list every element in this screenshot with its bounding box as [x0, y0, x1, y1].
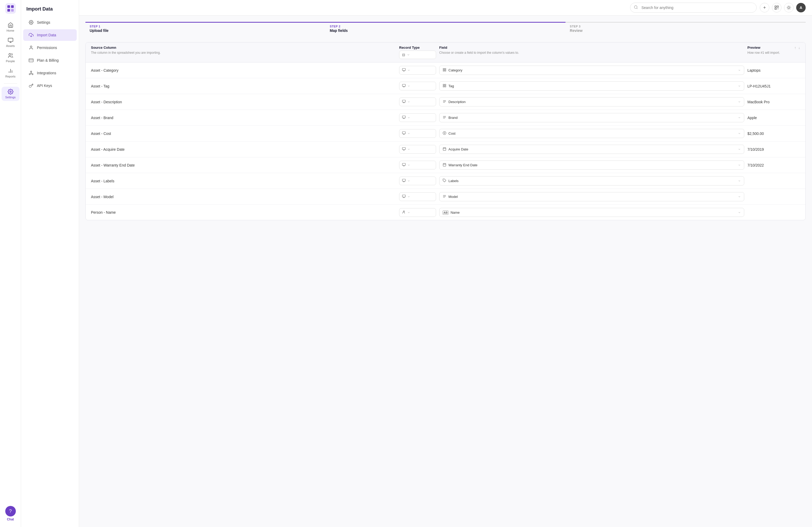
sidebar-item-api-keys[interactable]: API Keys [23, 80, 77, 91]
step-2[interactable]: STEP 2 Map fields [325, 22, 566, 36]
th-record-type-title: Record Type [399, 46, 436, 49]
preview-value: 7/10/2019 [748, 147, 800, 151]
svg-point-18 [31, 71, 32, 72]
field-select[interactable]: Model [439, 192, 744, 201]
record-type-select[interactable] [399, 208, 436, 217]
sidebar-title: Import Data [21, 4, 79, 16]
table-row: Asset - Acquire Date Acquire Date 7/10/2… [86, 142, 806, 157]
field-select-left: Model [443, 194, 458, 199]
svg-rect-93 [402, 195, 405, 197]
svg-rect-54 [443, 84, 444, 85]
source-column-cell: Asset - Tag [91, 84, 396, 88]
record-type-header-select[interactable]: ⊟ [399, 50, 436, 59]
sun-button[interactable] [784, 3, 794, 12]
record-type-select[interactable] [399, 82, 436, 90]
permissions-icon [28, 45, 34, 50]
barcode-button[interactable] [772, 3, 781, 12]
settings-icon [28, 20, 34, 25]
search-input[interactable] [630, 3, 757, 13]
record-type-select[interactable] [399, 98, 436, 106]
preview-value: $2,500.00 [748, 131, 800, 136]
field-label: Description [448, 100, 466, 104]
svg-rect-82 [402, 163, 405, 165]
table-row: Asset - Cost Cost $2,500.00 [86, 126, 806, 142]
search-icon [634, 5, 638, 10]
sidebar-item-assets[interactable]: Assets [2, 35, 19, 49]
step1-label: Upload file [90, 28, 321, 33]
field-select[interactable]: Acquire Date [439, 145, 744, 154]
assets-label: Assets [6, 44, 15, 47]
step3-num: STEP 3 [570, 25, 801, 28]
people-label: People [6, 60, 15, 63]
field-label: Model [448, 195, 458, 199]
next-arrow[interactable]: ↓ [798, 46, 800, 50]
prev-arrow[interactable]: ↑ [794, 46, 796, 50]
svg-rect-2 [11, 5, 14, 8]
field-type-icon [443, 163, 446, 167]
sidebar-item-settings-nav[interactable]: Settings [2, 87, 19, 101]
sidebar-item-reports[interactable]: Reports [2, 66, 19, 80]
field-type-icon [443, 84, 446, 88]
th-preview-title: Preview [748, 46, 780, 49]
svg-rect-56 [443, 86, 444, 87]
svg-point-12 [10, 91, 11, 92]
sidebar-item-settings[interactable]: Settings [23, 17, 77, 28]
record-type-select[interactable] [399, 129, 436, 138]
search-bar [630, 3, 757, 13]
record-type-select[interactable] [399, 161, 436, 170]
step2-label: Map fields [330, 28, 562, 33]
field-select[interactable]: Description [439, 97, 744, 106]
record-type-select[interactable] [399, 177, 436, 185]
field-select[interactable]: Brand [439, 113, 744, 122]
sidebar-item-permissions[interactable]: Permissions [23, 42, 77, 54]
field-type-icon [443, 100, 446, 104]
th-field: Field Choose or create a field to import… [439, 46, 744, 55]
record-type-select[interactable] [399, 113, 436, 122]
field-select[interactable]: Labels [439, 176, 744, 186]
field-select[interactable]: Cost [439, 129, 744, 138]
sidebar-item-integrations[interactable]: Integrations [23, 67, 77, 79]
field-label: Tag [448, 84, 454, 88]
record-type-select[interactable] [399, 192, 436, 201]
sidebar-item-plan-billing[interactable]: Plan & Billing [23, 55, 77, 66]
svg-rect-3 [8, 9, 10, 12]
field-select[interactable]: Tag [439, 82, 744, 91]
topbar-actions: + A [760, 3, 806, 12]
field-select[interactable]: Category [439, 65, 744, 75]
add-button[interactable]: + [760, 3, 769, 12]
table-row: Asset - Labels Labels [86, 173, 806, 189]
chat-button[interactable]: ? Chat [4, 503, 17, 524]
field-select[interactable]: Warranty End Date [439, 160, 744, 170]
table-row: Person - Name AB Name [86, 205, 806, 220]
sidebar-item-home[interactable]: Home [2, 20, 19, 34]
field-type-icon: AB [443, 210, 448, 215]
svg-rect-49 [443, 70, 444, 71]
field-select-left: AB Name [443, 210, 460, 215]
svg-rect-58 [402, 100, 405, 102]
source-column-cell: Asset - Brand [91, 116, 396, 120]
step-1[interactable]: STEP 1 Upload file [85, 22, 325, 36]
field-type-icon [443, 115, 446, 120]
settings-label: Settings [5, 96, 16, 99]
app-logo[interactable] [5, 3, 16, 15]
field-select[interactable]: AB Name [439, 208, 744, 217]
svg-point-20 [29, 74, 31, 75]
svg-rect-57 [445, 86, 446, 87]
preview-arrows: ↑ ↓ [794, 46, 800, 50]
svg-point-35 [788, 6, 790, 9]
source-column-cell: Asset - Description [91, 100, 396, 104]
field-select-left: Brand [443, 115, 458, 120]
record-type-select[interactable] [399, 66, 436, 75]
table-row: Asset - Description Description MacBook … [86, 94, 806, 110]
svg-rect-5 [8, 38, 13, 42]
field-type-icon [443, 68, 446, 72]
svg-rect-70 [402, 132, 405, 134]
step-3[interactable]: STEP 3 Review [566, 22, 806, 36]
record-type-select[interactable] [399, 145, 436, 153]
record-type-icon [402, 147, 406, 151]
svg-rect-89 [402, 179, 405, 181]
field-select-left: Tag [443, 84, 454, 88]
user-avatar[interactable]: A [796, 3, 806, 12]
sidebar-item-people[interactable]: People [2, 50, 19, 65]
sidebar-item-import-data[interactable]: Import Data [23, 29, 77, 41]
